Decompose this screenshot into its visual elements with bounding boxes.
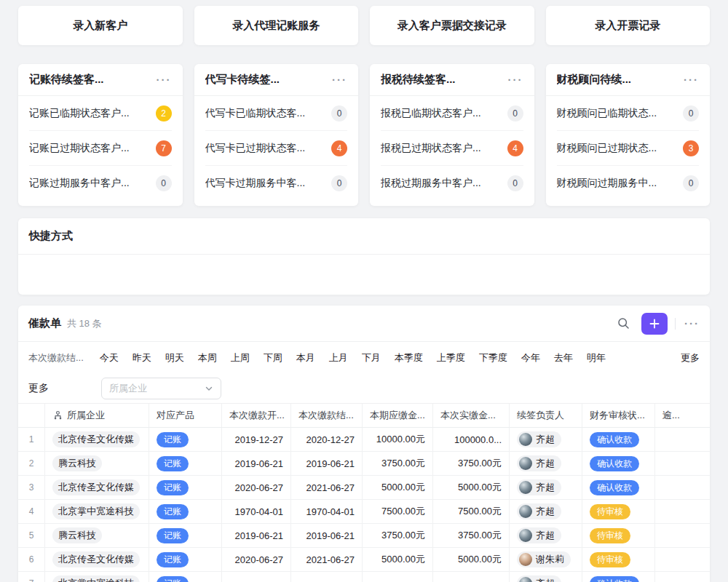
stat-item[interactable]: 财税顾问已过期状态... 3 <box>557 131 700 166</box>
stat-item[interactable]: 财税顾问过期服务中... 0 <box>557 166 700 201</box>
table-row[interactable]: 6 北京传圣文化传媒 记账 2020-06-27 2021-06-27 5000… <box>18 548 710 572</box>
paid-amount-cell[interactable]: 100000.0... <box>433 428 510 451</box>
start-date-cell[interactable]: 1970-04-01 <box>222 500 291 523</box>
stat-item[interactable]: 记账已临期状态客户... 2 <box>29 96 172 131</box>
end-date-cell[interactable]: 2021-06-27 <box>291 476 363 499</box>
due-amount-cell[interactable]: 7500.00元 <box>363 500 433 523</box>
stat-item[interactable]: 报税已临期状态客户... 0 <box>381 96 523 131</box>
company-cell[interactable]: 腾云科技 <box>45 524 149 547</box>
overdue-cell[interactable] <box>655 476 710 499</box>
end-date-cell[interactable]: 2019-06-21 <box>291 452 363 475</box>
add-record-button[interactable] <box>641 313 668 335</box>
due-amount-cell[interactable] <box>363 572 433 582</box>
status-cell[interactable]: 确认收款 <box>582 452 655 475</box>
start-date-cell[interactable]: 2019-06-21 <box>222 452 291 475</box>
column-header[interactable]: 对应产品 <box>149 404 222 427</box>
column-header[interactable] <box>18 404 45 427</box>
paid-amount-cell[interactable]: 5000.00元 <box>433 476 510 499</box>
company-cell[interactable]: 北京传圣文化传媒 <box>45 548 149 571</box>
company-cell[interactable]: 北京传圣文化传媒 <box>45 476 149 499</box>
date-filter-option[interactable]: 上周 <box>231 351 250 364</box>
stat-item[interactable]: 代写卡过期服务中客... 0 <box>205 166 348 201</box>
date-filter-option[interactable]: 本周 <box>198 351 217 364</box>
status-cell[interactable]: 待审核 <box>582 524 655 547</box>
paid-amount-cell[interactable]: 3750.00元 <box>433 524 510 547</box>
stat-item[interactable]: 财税顾问已临期状态... 0 <box>557 96 700 131</box>
status-cell[interactable]: 确认收款 <box>582 428 655 451</box>
product-cell[interactable]: 记账 <box>149 524 222 547</box>
column-header[interactable]: 续签负责人 <box>510 404 582 427</box>
table-row[interactable]: 7 北京掌中宽途科技 记账 齐超 确认收款 <box>18 572 710 582</box>
quick-entry-button[interactable]: 录入开票记录 <box>546 6 711 45</box>
quick-entry-button[interactable]: 录入客户票据交接记录 <box>370 6 534 45</box>
end-date-cell[interactable]: 2020-12-27 <box>291 428 363 451</box>
owner-cell[interactable]: 齐超 <box>510 500 582 523</box>
due-amount-cell[interactable]: 10000.00元 <box>363 428 433 451</box>
product-cell[interactable]: 记账 <box>149 452 222 475</box>
paid-amount-cell[interactable] <box>433 572 510 582</box>
more-icon[interactable] <box>332 74 347 85</box>
table-row[interactable]: 3 北京传圣文化传媒 记账 2020-06-27 2021-06-27 5000… <box>18 476 710 500</box>
start-date-cell[interactable] <box>222 572 291 582</box>
owner-cell[interactable]: 齐超 <box>510 476 582 499</box>
due-amount-cell[interactable]: 5000.00元 <box>363 476 433 499</box>
end-date-cell[interactable]: 1970-04-01 <box>291 500 363 523</box>
end-date-cell[interactable] <box>291 572 363 582</box>
status-cell[interactable]: 确认收款 <box>582 572 655 582</box>
end-date-cell[interactable]: 2019-06-21 <box>291 524 363 547</box>
start-date-cell[interactable]: 2020-06-27 <box>222 548 291 571</box>
stat-item[interactable]: 报税过期服务中客户... 0 <box>381 166 523 201</box>
owner-cell[interactable]: 齐超 <box>510 524 582 547</box>
owner-cell[interactable]: 齐超 <box>510 572 582 582</box>
date-filter-option[interactable]: 本季度 <box>395 351 423 364</box>
search-button[interactable] <box>614 314 633 333</box>
table-row[interactable]: 4 北京掌中宽途科技 记账 1970-04-01 1970-04-01 7500… <box>18 500 710 524</box>
table-row[interactable]: 1 北京传圣文化传媒 记账 2019-12-27 2020-12-27 1000… <box>18 428 710 452</box>
start-date-cell[interactable]: 2019-12-27 <box>222 428 291 451</box>
column-header[interactable]: 所属企业 <box>45 404 149 427</box>
date-filter-option[interactable]: 明天 <box>165 351 184 364</box>
owner-cell[interactable]: 齐超 <box>510 428 582 451</box>
column-header[interactable]: 逾... <box>655 404 710 427</box>
product-cell[interactable]: 记账 <box>149 548 222 571</box>
overdue-cell[interactable] <box>655 428 710 451</box>
column-header[interactable]: 本次缴款结... <box>291 404 363 427</box>
status-cell[interactable]: 确认收款 <box>582 476 655 499</box>
status-cell[interactable]: 待审核 <box>582 548 655 571</box>
end-date-cell[interactable]: 2021-06-27 <box>291 548 363 571</box>
company-cell[interactable]: 北京掌中宽途科技 <box>45 572 149 582</box>
date-filter-option[interactable]: 今年 <box>521 351 540 364</box>
stat-item[interactable]: 代写卡已过期状态客... 4 <box>205 131 348 166</box>
stat-item[interactable]: 记账已过期状态客户... 7 <box>29 131 172 166</box>
stat-item[interactable]: 记账过期服务中客户... 0 <box>29 166 172 201</box>
date-filter-option[interactable]: 今天 <box>100 351 119 364</box>
owner-cell[interactable]: 谢朱莉 <box>510 548 582 571</box>
owner-cell[interactable]: 齐超 <box>510 452 582 475</box>
date-filter-option[interactable]: 上季度 <box>437 351 465 364</box>
column-header[interactable]: 财务审核状... <box>582 404 655 427</box>
more-icon[interactable] <box>157 74 172 85</box>
due-amount-cell[interactable]: 3750.00元 <box>363 524 433 547</box>
overdue-cell[interactable] <box>655 500 710 523</box>
status-cell[interactable]: 待审核 <box>582 500 655 523</box>
due-amount-cell[interactable]: 3750.00元 <box>363 452 433 475</box>
product-cell[interactable]: 记账 <box>149 500 222 523</box>
stat-item[interactable]: 报税已过期状态客户... 4 <box>381 131 523 166</box>
date-filter-more[interactable]: 更多 <box>681 351 700 364</box>
overdue-cell[interactable] <box>655 548 710 571</box>
overdue-cell[interactable] <box>655 524 710 547</box>
collection-more-icon[interactable] <box>684 318 700 329</box>
start-date-cell[interactable]: 2019-06-21 <box>222 524 291 547</box>
more-icon[interactable] <box>508 74 523 85</box>
overdue-cell[interactable] <box>655 572 710 582</box>
date-filter-option[interactable]: 下周 <box>264 351 282 364</box>
start-date-cell[interactable]: 2020-06-27 <box>222 476 291 499</box>
stat-item[interactable]: 代写卡已临期状态客... 0 <box>205 96 348 131</box>
date-filter-option[interactable]: 去年 <box>554 351 573 364</box>
company-cell[interactable]: 北京掌中宽途科技 <box>45 500 149 523</box>
enterprise-select[interactable]: 所属企业 <box>101 378 221 399</box>
date-filter-option[interactable]: 下季度 <box>479 351 507 364</box>
paid-amount-cell[interactable]: 3750.00元 <box>433 452 510 475</box>
product-cell[interactable]: 记账 <box>149 428 222 451</box>
overdue-cell[interactable] <box>655 452 710 475</box>
